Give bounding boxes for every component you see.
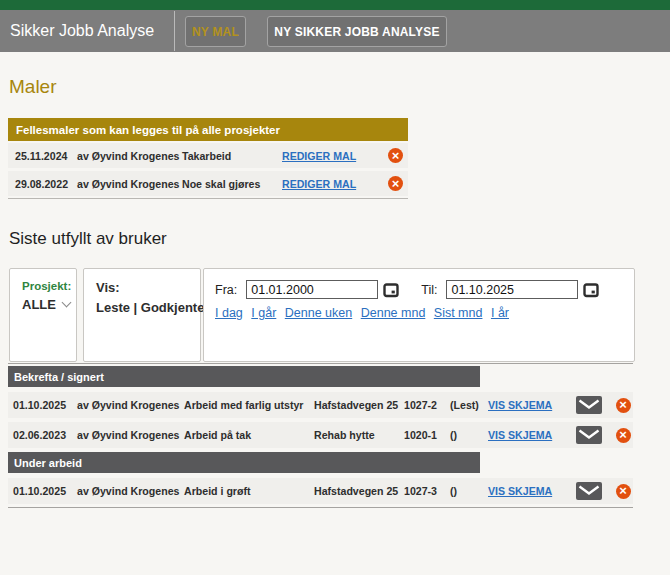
maler-heading: Maler: [9, 76, 57, 98]
template-name: Takarbeid: [182, 150, 282, 162]
project-dropdown-value: ALLE: [22, 297, 56, 312]
quick-link-denne-uken[interactable]: Denne uken: [285, 306, 352, 320]
row-number: 1020-1: [404, 429, 450, 441]
calendar-icon[interactable]: [383, 282, 399, 298]
til-label: Til:: [421, 283, 437, 297]
app-title: Sikker Jobb Analyse: [10, 10, 154, 52]
delete-icon[interactable]: [616, 428, 631, 443]
section-header-bekrefta: Bekrefta / signert: [8, 366, 480, 387]
header-divider: [174, 11, 175, 51]
template-row: 29.08.2022 av Øyvind Krogenes Noe skal g…: [8, 171, 408, 196]
results-table: Bekrefta / signert 01.10.2025 av Øyvind …: [8, 363, 633, 508]
chevron-down-icon: [62, 298, 72, 308]
result-row: 01.10.2025 av Øyvind Krogenes Arbeid i g…: [8, 478, 633, 504]
template-date: 29.08.2022: [15, 178, 77, 190]
rediger-mal-link[interactable]: REDIGER MAL: [282, 178, 382, 190]
vis-filter-box: Vis: Leste | Godkjente: [83, 268, 201, 362]
app-window: Sikker Jobb Analyse NY MAL NY SIKKER JOB…: [0, 0, 670, 575]
row-activity: Arbeid på tak: [184, 429, 314, 441]
rediger-mal-link[interactable]: REDIGER MAL: [282, 150, 382, 162]
templates-table-header: Fellesmaler som kan legges til på alle p…: [8, 118, 408, 141]
envelope-icon[interactable]: [576, 482, 602, 500]
quick-date-links: I dag I går Denne uken Denne mnd Sist mn…: [215, 306, 634, 320]
row-author: av Øyvind Krogenes: [77, 429, 184, 441]
project-filter-box: Prosjekt: ALLE: [9, 268, 77, 362]
delete-icon[interactable]: [388, 148, 403, 163]
template-name: Noe skal gjøres: [182, 178, 282, 190]
row-date: 02.06.2023: [13, 429, 77, 441]
ny-mal-button[interactable]: NY MAL: [185, 16, 246, 47]
quick-link-denne-mnd[interactable]: Denne mnd: [361, 306, 426, 320]
date-filter-box: Fra: Til: I dag I går Denne uken Denne: [203, 268, 635, 362]
top-green-strip: [0, 0, 670, 10]
row-status: (): [450, 485, 488, 497]
date-range-row: Fra: Til:: [215, 280, 634, 299]
til-date-input[interactable]: [446, 280, 578, 299]
quick-link-sist-mnd[interactable]: Sist mnd: [434, 306, 483, 320]
template-author: av Øyvind Krogenes: [77, 150, 182, 162]
template-author: av Øyvind Krogenes: [77, 178, 182, 190]
row-place: Hafstadvegen 25: [314, 399, 404, 411]
row-number: 1027-3: [404, 485, 450, 497]
row-date: 01.10.2025: [13, 485, 77, 497]
row-place: Rehab hytte: [314, 429, 404, 441]
calendar-icon[interactable]: [583, 282, 599, 298]
delete-icon[interactable]: [616, 398, 631, 413]
vis-skjema-link[interactable]: VIS SKJEMA: [488, 429, 565, 441]
row-activity: Arbeid i grøft: [184, 485, 314, 497]
siste-heading: Siste utfyllt av bruker: [9, 229, 167, 249]
vis-label: Vis:: [96, 280, 200, 295]
row-author: av Øyvind Krogenes: [77, 399, 184, 411]
vis-toggle[interactable]: Leste | Godkjente: [96, 300, 200, 315]
template-date: 25.11.2024: [15, 150, 77, 162]
vis-skjema-link[interactable]: VIS SKJEMA: [488, 399, 565, 411]
quick-link-i-gar[interactable]: I går: [251, 306, 276, 320]
delete-icon[interactable]: [388, 176, 403, 191]
result-row: 02.06.2023 av Øyvind Krogenes Arbeid på …: [8, 422, 633, 448]
row-status: (Lest): [450, 399, 488, 411]
template-row: 25.11.2024 av Øyvind Krogenes Takarbeid …: [8, 143, 408, 168]
row-number: 1027-2: [404, 399, 450, 411]
fra-label: Fra:: [215, 283, 237, 297]
ny-sikker-jobb-analyse-button[interactable]: NY SIKKER JOBB ANALYSE: [267, 16, 447, 47]
project-dropdown[interactable]: ALLE: [22, 297, 76, 312]
fra-date-input[interactable]: [246, 280, 378, 299]
envelope-icon[interactable]: [576, 426, 602, 444]
row-place: Hafstadvegen 25: [314, 485, 404, 497]
app-header: Sikker Jobb Analyse NY MAL NY SIKKER JOB…: [0, 10, 670, 52]
envelope-icon[interactable]: [576, 396, 602, 414]
result-row: 01.10.2025 av Øyvind Krogenes Arbeid med…: [8, 392, 633, 418]
row-status: (): [450, 429, 488, 441]
vis-skjema-link[interactable]: VIS SKJEMA: [488, 485, 565, 497]
row-activity: Arbeid med farlig utstyr: [184, 399, 314, 411]
project-label: Prosjekt:: [22, 280, 76, 292]
templates-table: Fellesmaler som kan legges til på alle p…: [8, 118, 408, 199]
row-author: av Øyvind Krogenes: [77, 485, 184, 497]
quick-link-i-dag[interactable]: I dag: [215, 306, 243, 320]
row-date: 01.10.2025: [13, 399, 77, 411]
section-header-under-arbeid: Under arbeid: [8, 452, 480, 473]
quick-link-i-ar[interactable]: I år: [491, 306, 509, 320]
delete-icon[interactable]: [616, 484, 631, 499]
